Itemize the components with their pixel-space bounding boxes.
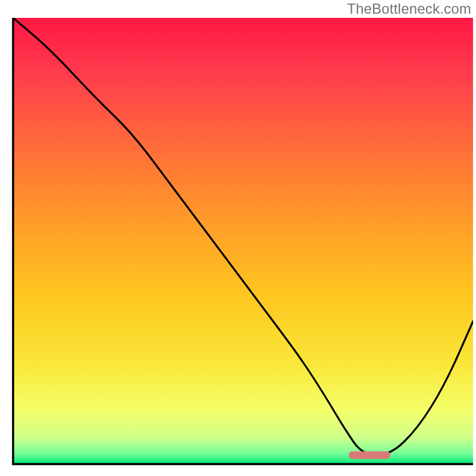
- bottleneck-chart: [0, 0, 476, 476]
- optimal-range-marker: [349, 452, 390, 459]
- plot-background: [13, 18, 473, 464]
- watermark-text: TheBottleneck.com: [347, 1, 471, 17]
- chart-container: TheBottleneck.com: [0, 0, 476, 476]
